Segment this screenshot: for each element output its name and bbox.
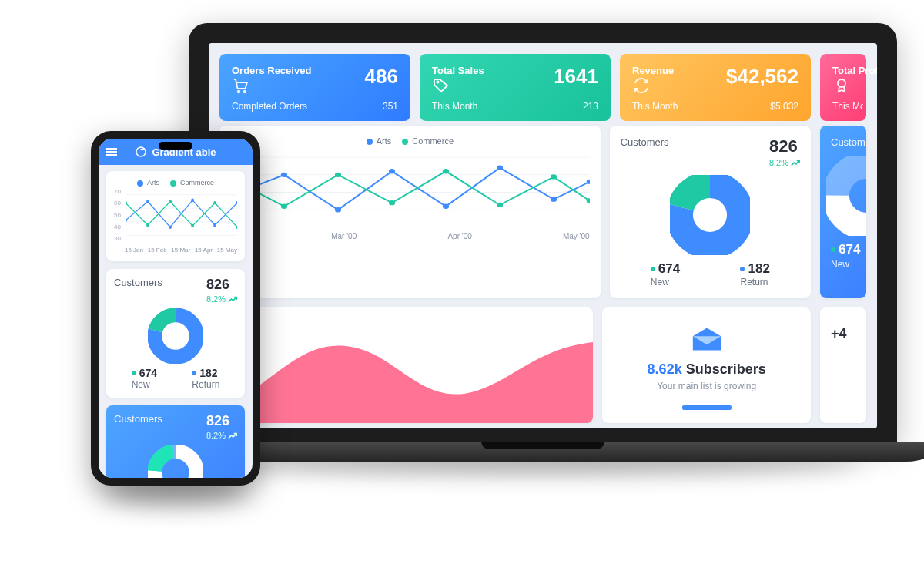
customers-label: Customers — [114, 277, 162, 288]
hamburger-icon[interactable] — [106, 148, 117, 156]
mobile-customers-card-blue[interactable]: Customers 826 8.2% — [106, 405, 245, 478]
line-chart-card[interactable]: Arts Commerce — [219, 126, 601, 298]
area-chart-card[interactable] — [219, 307, 593, 423]
stat-card-profit[interactable]: Total Profit This Month — [820, 54, 866, 121]
stat-value: 1641 — [554, 65, 598, 89]
stat-value: $42,562 — [726, 65, 798, 89]
laptop-frame: Orders Received 486 Completed Orders 351 — [189, 23, 897, 462]
svg-point-21 — [497, 203, 503, 207]
x-axis-labels: '00 Mar '00 Apr '00 May '00 — [230, 232, 590, 240]
svg-point-13 — [497, 166, 503, 170]
svg-point-2 — [437, 81, 438, 82]
customers-card[interactable]: Customers 826 8.2% 674New — [610, 126, 811, 298]
customers-donut-blue — [826, 156, 866, 236]
svg-point-37 — [191, 198, 194, 202]
mobile-customers-card[interactable]: Customers 826 8.2% 674New — [106, 269, 245, 398]
svg-point-42 — [169, 200, 172, 203]
followers-delta: +4 — [831, 326, 866, 342]
customers-label: Customers — [621, 136, 669, 148]
stat-sub-label: This Month — [832, 101, 863, 112]
svg-point-1 — [244, 91, 246, 93]
stat-title: Revenue — [632, 65, 674, 76]
chart-legend: Arts Commerce — [114, 179, 237, 187]
panel-row-bottom: 8.62k Subscribers Your main list is grow… — [209, 307, 877, 428]
customers-donut-blue — [148, 445, 203, 478]
stat-card-revenue[interactable]: Revenue $42,562 This Month $5,032 — [620, 54, 811, 121]
stat-sub-label: Completed Orders — [232, 101, 307, 112]
stat-title: Total Sales — [432, 65, 484, 76]
svg-point-20 — [443, 169, 449, 173]
customers-pct: 8.2% — [206, 431, 237, 440]
stat-sub-value: $5,032 — [770, 101, 798, 112]
svg-point-12 — [443, 204, 449, 209]
stat-sub-label: This Month — [432, 101, 477, 112]
customers-label: Customers — [114, 413, 162, 425]
stat-sub-label: This Month — [632, 101, 678, 112]
customers-card-blue[interactable]: Customers 674 New — [820, 126, 866, 298]
customers-label: Customers — [831, 136, 865, 148]
line-chart-plot — [230, 150, 590, 227]
y-axis-labels: 7060504030 — [114, 188, 121, 242]
stat-card-sales[interactable]: Total Sales 1641 This Month 213 — [420, 54, 611, 121]
area-chart — [219, 307, 593, 423]
desktop-dashboard: Orders Received 486 Completed Orders 351 — [209, 43, 877, 428]
customers-pct: 8.2% — [769, 158, 800, 167]
svg-point-17 — [281, 204, 287, 209]
logo-icon — [135, 146, 147, 158]
followers-card[interactable]: +4 — [820, 307, 866, 423]
svg-point-9 — [281, 173, 287, 177]
stat-sub-value: 351 — [383, 101, 398, 112]
metric-value: 674 — [839, 242, 860, 257]
line-chart-plot — [126, 188, 237, 242]
svg-point-41 — [146, 223, 149, 227]
mobile-dashboard: Gradient able Arts Commerce 7060504030 — [99, 139, 253, 478]
svg-point-0 — [238, 91, 240, 93]
svg-point-11 — [389, 169, 395, 173]
customers-donut — [670, 175, 750, 255]
customers-donut — [148, 308, 203, 364]
customers-metrics: 674New 182Return — [621, 261, 800, 287]
legend-commerce: Commerce — [412, 136, 454, 146]
svg-point-36 — [169, 225, 172, 229]
svg-point-3 — [838, 79, 845, 87]
chart-legend: Arts Commerce — [230, 136, 590, 146]
manage-list-button[interactable] — [682, 405, 732, 410]
svg-point-43 — [191, 224, 194, 228]
svg-point-18 — [335, 173, 341, 177]
customers-pct: 8.2% — [206, 294, 237, 304]
stat-title: Total Profit — [832, 65, 877, 76]
panel-row-charts: Arts Commerce — [209, 126, 877, 307]
svg-point-38 — [213, 223, 216, 227]
subscribers-sub: Your main list is growing — [613, 381, 800, 391]
tag-icon — [432, 76, 450, 95]
badge-icon — [832, 76, 851, 95]
svg-point-14 — [551, 197, 557, 201]
mail-open-icon — [691, 326, 722, 352]
refresh-icon — [632, 76, 651, 95]
metric-label: New — [831, 259, 849, 270]
svg-point-22 — [551, 174, 557, 179]
stat-sub-value: 213 — [583, 101, 598, 112]
svg-point-35 — [146, 200, 149, 203]
legend-arts: Arts — [377, 136, 392, 146]
svg-point-29 — [136, 147, 146, 156]
x-axis-labels: 15 Jan15 Feb15 Mar15 Apr15 May — [114, 247, 237, 254]
customers-total: 826 — [206, 413, 229, 428]
customers-total: 826 — [769, 136, 798, 156]
customers-metrics: 674New 182Return — [114, 367, 237, 390]
subscribers-card[interactable]: 8.62k Subscribers Your main list is grow… — [602, 307, 811, 423]
svg-point-10 — [335, 207, 341, 212]
phone-frame: Gradient able Arts Commerce 7060504030 — [91, 131, 260, 486]
customers-total: 826 — [206, 277, 229, 292]
subscribers-title: 8.62k Subscribers — [613, 361, 800, 378]
cart-icon — [232, 76, 250, 95]
stat-title: Orders Received — [232, 65, 311, 76]
svg-point-44 — [213, 201, 216, 205]
stat-row: Orders Received 486 Completed Orders 351 — [209, 43, 877, 126]
stat-card-orders[interactable]: Orders Received 486 Completed Orders 351 — [219, 54, 410, 121]
stat-value: 486 — [365, 65, 398, 89]
mobile-line-chart-card[interactable]: Arts Commerce 7060504030 — [106, 171, 245, 261]
svg-point-19 — [389, 200, 395, 205]
